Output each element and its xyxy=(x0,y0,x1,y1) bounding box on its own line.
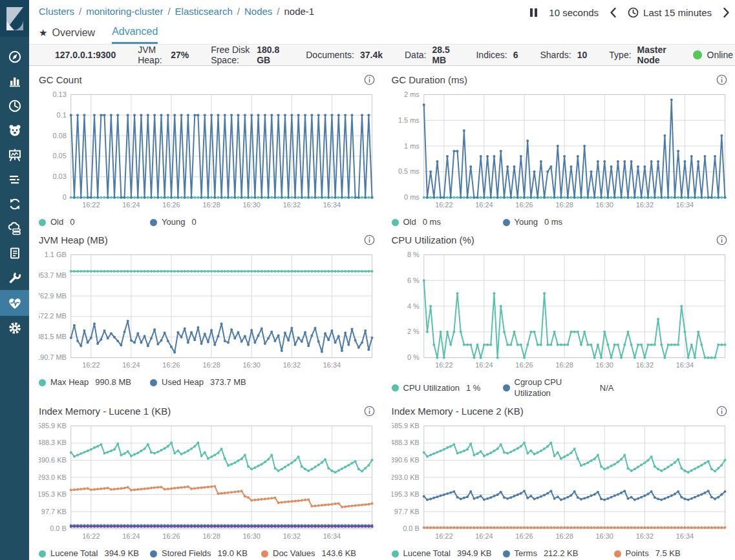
legend-series-value: 19.0 KB xyxy=(218,548,248,559)
legend-dot-icon xyxy=(392,219,399,226)
log-lines-icon xyxy=(8,172,22,187)
sidebar-item-console[interactable] xyxy=(0,241,29,265)
refresh-interval-label[interactable]: 10 seconds xyxy=(549,7,599,18)
svg-text:0 ms: 0 ms xyxy=(404,193,420,201)
sidebar-item-uptime[interactable] xyxy=(0,216,29,241)
svg-text:953.7 MB: 953.7 MB xyxy=(39,271,67,279)
svg-text:16:26: 16:26 xyxy=(515,361,533,369)
legend-dot-icon xyxy=(614,550,621,557)
status-item: Free Disk Space:180.8 GB xyxy=(211,45,284,65)
svg-text:16:26: 16:26 xyxy=(162,532,180,540)
svg-text:16:22: 16:22 xyxy=(435,201,453,209)
info-icon[interactable] xyxy=(364,406,375,417)
tab-overview-label: Overview xyxy=(52,27,95,39)
sidebar-item-dashboard[interactable] xyxy=(0,94,29,118)
status-label: JVM Heap: xyxy=(138,45,165,65)
status-value: 37.4k xyxy=(360,50,383,60)
legend-item: Young0 xyxy=(150,217,261,227)
svg-text:16:32: 16:32 xyxy=(635,201,653,209)
svg-text:16:34: 16:34 xyxy=(323,361,341,369)
legend-series-value: N/A xyxy=(600,383,614,393)
info-icon[interactable] xyxy=(364,234,375,245)
svg-text:195.3 KB: 195.3 KB xyxy=(39,490,67,498)
sidebar-item-discover[interactable] xyxy=(0,45,29,69)
svg-text:16:30: 16:30 xyxy=(595,532,613,540)
legend-dot-icon xyxy=(39,219,46,226)
sidebar-item-management[interactable] xyxy=(0,316,29,340)
chart-title: JVM Heap (MB) xyxy=(39,234,108,245)
chart-title: GC Count xyxy=(39,74,82,85)
status-item: JVM Heap:27% xyxy=(138,45,189,65)
svg-text:16:32: 16:32 xyxy=(283,361,301,369)
chart-panel: Index Memory - Lucene 1 (KB)0.0 B97.7 KB… xyxy=(39,406,376,560)
legend-dot-icon xyxy=(392,550,399,557)
legend-dot-icon xyxy=(503,384,510,391)
svg-text:16:34: 16:34 xyxy=(676,532,693,540)
legend-series-name: CPU Utilization xyxy=(403,383,460,393)
chart-plot[interactable]: 190.7 MB381.5 MB572.2 MB762.9 MB953.7 MB… xyxy=(39,251,376,371)
status-value: 180.8 GB xyxy=(257,45,284,65)
svg-text:1 ms: 1 ms xyxy=(404,142,420,150)
tab-overview[interactable]: ★ Overview xyxy=(39,26,95,44)
chart-plot[interactable]: 0 ms0.5 ms1 ms1.5 ms2 ms16:2216:2416:261… xyxy=(392,91,729,211)
status-items: JVM Heap:27%Free Disk Space:180.8 GBDocu… xyxy=(138,45,670,65)
svg-text:16:34: 16:34 xyxy=(323,532,341,540)
svg-text:16:28: 16:28 xyxy=(555,361,573,369)
svg-text:16:32: 16:32 xyxy=(635,361,653,369)
pause-refresh-button[interactable] xyxy=(529,8,538,17)
info-icon[interactable] xyxy=(364,74,375,85)
chart-plot[interactable]: 0 %2 %4 %6 %8 %16:2216:2416:2616:2816:30… xyxy=(392,251,729,371)
breadcrumb-item-elasticsearch[interactable]: Elasticsearch xyxy=(175,6,233,17)
sidebar-item-logs[interactable] xyxy=(0,167,29,192)
sidebar-item-visualize[interactable] xyxy=(0,69,29,94)
svg-text:488.3 KB: 488.3 KB xyxy=(392,439,420,446)
status-label: Shards: xyxy=(540,50,571,60)
kibana-logo[interactable] xyxy=(0,0,29,37)
chart-panel: GC Count00.030.050.080.10.1316:2216:2416… xyxy=(39,74,376,227)
svg-text:16:28: 16:28 xyxy=(202,532,220,540)
info-icon[interactable] xyxy=(716,234,727,245)
svg-text:16:22: 16:22 xyxy=(435,532,453,540)
legend-series-name: Cgroup CPU Utilization xyxy=(515,377,593,399)
gauge-clock-icon xyxy=(8,99,22,113)
bar-chart-icon xyxy=(8,74,22,88)
legend-series-value: 143.6 KB xyxy=(322,548,357,559)
chart-title: Index Memory - Lucene 1 (KB) xyxy=(39,406,171,417)
svg-text:97.7 KB: 97.7 KB xyxy=(41,508,67,515)
legend-series-value: 0 xyxy=(70,217,74,227)
info-icon[interactable] xyxy=(716,74,727,85)
time-back-button[interactable] xyxy=(610,7,617,18)
time-forward-button[interactable] xyxy=(723,7,730,18)
breadcrumb-item-node-1: node-1 xyxy=(284,6,314,17)
svg-text:4 %: 4 % xyxy=(407,302,419,310)
svg-text:16:26: 16:26 xyxy=(515,201,533,209)
svg-text:16:24: 16:24 xyxy=(122,361,140,369)
info-icon[interactable] xyxy=(716,406,727,417)
legend-dot-icon xyxy=(392,384,399,391)
sidebar-item-monitoring[interactable] xyxy=(0,290,29,316)
svg-text:381.5 MB: 381.5 MB xyxy=(39,333,67,341)
svg-text:16:32: 16:32 xyxy=(283,532,301,540)
breadcrumb-item-clusters[interactable]: Clusters xyxy=(39,6,74,17)
status-label: Free Disk Space: xyxy=(211,45,251,65)
chart-plot[interactable]: 0.0 B97.7 KB195.3 KB293.0 KB390.6 KB488.… xyxy=(392,422,729,543)
sidebar-item-canvas[interactable] xyxy=(0,143,29,167)
sidebar-item-apm[interactable] xyxy=(0,192,29,216)
tab-advanced[interactable]: Advanced xyxy=(112,26,158,44)
legend-series-value: 7.5 KB xyxy=(655,548,681,559)
svg-text:16:24: 16:24 xyxy=(475,532,493,540)
svg-text:16:24: 16:24 xyxy=(122,201,140,209)
status-value: Master Node xyxy=(637,45,671,65)
chart-panel: JVM Heap (MB)190.7 MB381.5 MB572.2 MB762… xyxy=(39,234,376,399)
chart-plot[interactable]: 00.030.050.080.10.1316:2216:2416:2616:28… xyxy=(39,91,376,211)
svg-text:16:26: 16:26 xyxy=(515,532,533,540)
sidebar-item-machine-learning[interactable] xyxy=(0,118,29,143)
time-picker[interactable]: Last 15 minutes xyxy=(628,7,712,18)
sidebar xyxy=(0,0,29,560)
breadcrumb-item-nodes[interactable]: Nodes xyxy=(244,6,272,17)
breadcrumb-item-monitoring-cluster[interactable]: monitoring-cluster xyxy=(86,6,163,17)
sidebar-item-dev-tools[interactable] xyxy=(0,265,29,290)
chart-plot[interactable]: 0.0 B97.7 KB195.3 KB293.0 KB390.6 KB488.… xyxy=(39,422,376,543)
time-controls: 10 seconds Last 15 minutes xyxy=(529,6,730,18)
document-icon xyxy=(8,246,22,260)
